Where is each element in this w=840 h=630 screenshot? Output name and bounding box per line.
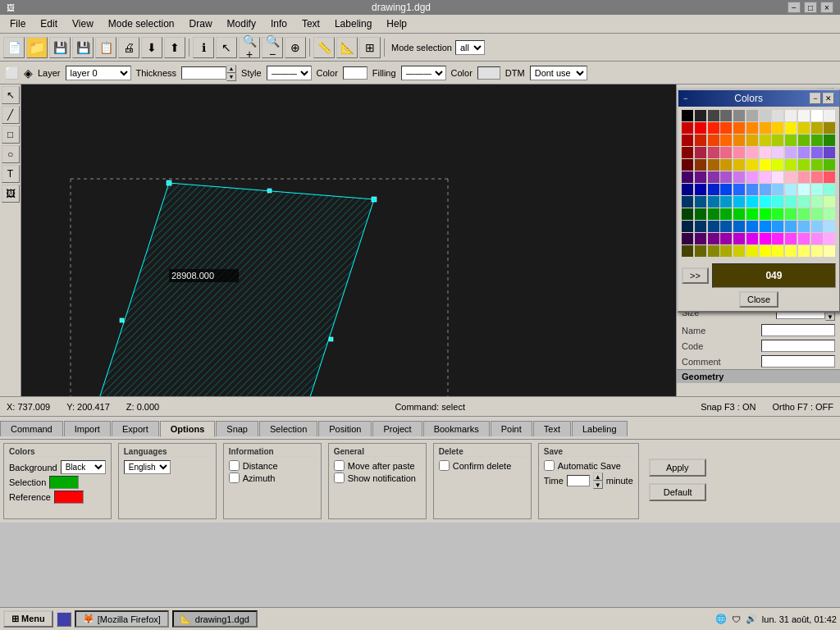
style-select[interactable]: ———	[267, 66, 312, 80]
toolbar-ruler2[interactable]: 📐	[336, 37, 358, 58]
color-cell[interactable]	[720, 147, 732, 158]
color-cell[interactable]	[824, 159, 835, 171]
color-cell[interactable]	[760, 221, 771, 232]
color-cell[interactable]	[760, 171, 771, 183]
color-cell[interactable]	[733, 184, 745, 195]
color-cell[interactable]	[824, 122, 835, 134]
color-cell[interactable]	[811, 245, 823, 257]
color-cell[interactable]	[811, 135, 823, 146]
color-cell[interactable]	[798, 110, 810, 121]
color-cell[interactable]	[785, 233, 797, 244]
toolbar-print[interactable]: 🖨	[118, 37, 139, 58]
menu-help[interactable]: Help	[380, 16, 413, 31]
color-swatch[interactable]	[343, 66, 368, 80]
color-cell[interactable]	[733, 221, 745, 232]
color-cell[interactable]	[733, 208, 745, 220]
left-btn-text[interactable]: T	[2, 165, 20, 183]
toolbar-zoom-in[interactable]: 🔍+	[239, 37, 260, 58]
color-cell[interactable]	[746, 221, 758, 232]
color-cell[interactable]	[720, 221, 732, 232]
close-button[interactable]: ×	[820, 2, 833, 13]
time-input[interactable]: 5	[567, 475, 590, 486]
color-cell[interactable]	[682, 135, 693, 146]
color-cell[interactable]	[824, 110, 835, 121]
color-cell[interactable]	[733, 147, 745, 158]
color-cell[interactable]	[785, 135, 797, 146]
color-cell[interactable]	[695, 135, 706, 146]
color-cell[interactable]	[746, 135, 758, 146]
color-cell[interactable]	[720, 233, 732, 244]
taskbar-firefox[interactable]: 🦊 [Mozilla Firefox]	[75, 610, 169, 628]
color-cell[interactable]	[746, 110, 758, 121]
minimize-button[interactable]: −	[788, 2, 801, 13]
color-cell[interactable]	[746, 159, 758, 171]
time-spinner[interactable]: ▲ ▼	[593, 472, 603, 489]
color-cell[interactable]	[720, 122, 732, 134]
toolbar-zoom-fit[interactable]: ⊕	[285, 37, 306, 58]
color-cell[interactable]	[811, 196, 823, 208]
color-cell[interactable]	[682, 233, 693, 244]
selection-color-box[interactable]	[49, 476, 79, 489]
toolbar-new[interactable]: 📄	[3, 37, 25, 58]
color-cell[interactable]	[682, 147, 693, 158]
color-cell[interactable]	[682, 171, 693, 183]
dtm-select[interactable]: Dont use	[530, 66, 587, 80]
color-cell[interactable]	[798, 135, 810, 146]
color-cell[interactable]	[824, 233, 835, 244]
dialog-minimize-btn[interactable]: −	[810, 93, 821, 104]
color-cell[interactable]	[682, 245, 693, 257]
color-cell[interactable]	[708, 122, 719, 134]
menu-file[interactable]: File	[3, 16, 32, 31]
color-cell[interactable]	[798, 159, 810, 171]
color-cell[interactable]	[682, 159, 693, 171]
color-cell[interactable]	[785, 147, 797, 158]
color-cell[interactable]	[746, 122, 758, 134]
color-cell[interactable]	[772, 184, 783, 195]
toolbar-grid[interactable]: ⊞	[359, 37, 381, 58]
color-cell[interactable]	[811, 110, 823, 121]
color-cell[interactable]	[760, 147, 771, 158]
toolbar-open[interactable]: 📁	[26, 37, 48, 58]
color-cell[interactable]	[785, 159, 797, 171]
color-cell[interactable]	[733, 122, 745, 134]
thickness-spinner[interactable]: ▲ ▼	[226, 65, 236, 81]
color-cell[interactable]	[798, 208, 810, 220]
color-cell[interactable]	[695, 233, 706, 244]
color-cell[interactable]	[811, 171, 823, 183]
color-cell[interactable]	[682, 184, 693, 195]
color-cell[interactable]	[760, 208, 771, 220]
color-cell[interactable]	[746, 171, 758, 183]
color-cell[interactable]	[772, 245, 783, 257]
color-cell[interactable]	[811, 159, 823, 171]
color-cell[interactable]	[824, 208, 835, 220]
toolbar-zoom-out[interactable]: 🔍−	[262, 37, 283, 58]
color-cell[interactable]	[772, 171, 783, 183]
color-cell[interactable]	[772, 135, 783, 146]
color-cell[interactable]	[772, 122, 783, 134]
color-cell[interactable]	[798, 245, 810, 257]
menu-mode-selection[interactable]: Mode selection	[102, 16, 181, 31]
color-cell[interactable]	[824, 171, 835, 183]
color-cell[interactable]	[760, 135, 771, 146]
color-cell[interactable]	[811, 233, 823, 244]
color-cell[interactable]	[772, 208, 783, 220]
color-cell[interactable]	[733, 233, 745, 244]
color-cell[interactable]	[708, 147, 719, 158]
toolbar-info[interactable]: ℹ	[193, 37, 214, 58]
color-cell[interactable]	[720, 245, 732, 257]
toolbar-save2[interactable]: 💾	[72, 37, 94, 58]
tab-snap[interactable]: Snap	[216, 421, 258, 436]
color-cell[interactable]	[708, 208, 719, 220]
color-cell[interactable]	[811, 221, 823, 232]
toolbar-down[interactable]: ⬇	[141, 37, 162, 58]
tab-options[interactable]: Options	[160, 421, 216, 437]
prop-comment-input[interactable]	[761, 355, 835, 368]
tab-position[interactable]: Position	[318, 421, 372, 436]
color-cell[interactable]	[785, 122, 797, 134]
color-cell[interactable]	[811, 122, 823, 134]
color-cell[interactable]	[708, 159, 719, 171]
color-cell[interactable]	[824, 135, 835, 146]
menu-labeling[interactable]: Labeling	[328, 16, 378, 31]
color-cell[interactable]	[708, 245, 719, 257]
reference-color-box[interactable]	[54, 491, 84, 504]
